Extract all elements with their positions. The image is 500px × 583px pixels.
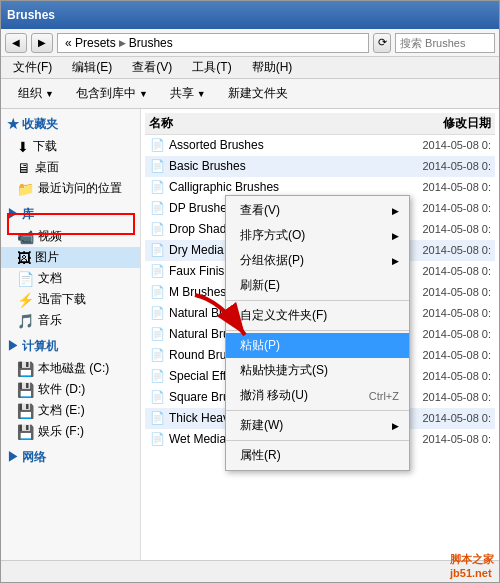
thunder-icon: ⚡ <box>17 292 34 308</box>
favorites-section: ★ 收藏夹 ⬇ 下载 🖥 桌面 📁 最近访问的位置 <box>1 113 140 199</box>
ctx-group-label: 分组依据(P) <box>240 252 304 269</box>
sidebar-item-docs-e[interactable]: 💾 文档 (E:) <box>1 400 140 421</box>
ctx-undo-shortcut: Ctrl+Z <box>369 390 399 402</box>
sidebar-item-music[interactable]: 🎵 音乐 <box>1 310 140 331</box>
file-icon: 📄 <box>149 431 165 447</box>
title-bar: Brushes <box>1 1 499 29</box>
sidebar-item-images[interactable]: 🖼 图片 <box>1 247 140 268</box>
watermark-site: 脚本之家 <box>450 552 494 567</box>
sidebar-item-docs[interactable]: 📄 文档 <box>1 268 140 289</box>
include-library-button[interactable]: 包含到库中 ▼ <box>67 81 157 106</box>
table-row[interactable]: 📄 Assorted Brushes 2014-05-08 0: <box>145 135 495 156</box>
ctx-properties[interactable]: 属性(R) <box>226 443 409 468</box>
sidebar-item-label: 娱乐 (F:) <box>38 423 84 440</box>
library-header[interactable]: ▶ 库 <box>1 203 140 226</box>
table-row[interactable]: 📄 Basic Brushes 2014-05-08 0: <box>145 156 495 177</box>
refresh-button[interactable]: ⟳ <box>373 33 391 53</box>
file-list-header: 名称 修改日期 <box>145 113 495 135</box>
network-header[interactable]: ▶ 网络 <box>1 446 140 469</box>
menu-view[interactable]: 查看(V) <box>128 57 176 78</box>
sidebar-item-download[interactable]: ⬇ 下载 <box>1 136 140 157</box>
path-presets: « Presets <box>62 36 119 50</box>
ctx-undo-move[interactable]: 撤消 移动(U) Ctrl+Z <box>226 383 409 408</box>
network-label: ▶ 网络 <box>7 449 46 466</box>
ctx-view[interactable]: 查看(V) ▶ <box>226 198 409 223</box>
drive-c-icon: 💾 <box>17 361 34 377</box>
sidebar-item-local-c[interactable]: 💾 本地磁盘 (C:) <box>1 358 140 379</box>
ctx-group[interactable]: 分组依据(P) ▶ <box>226 248 409 273</box>
menu-help[interactable]: 帮助(H) <box>248 57 297 78</box>
sidebar-item-label: 文档 (E:) <box>38 402 85 419</box>
status-bar <box>1 560 499 582</box>
file-icon: 📄 <box>149 284 165 300</box>
ctx-separator-2 <box>226 330 409 331</box>
sidebar-item-music-f[interactable]: 💾 娱乐 (F:) <box>1 421 140 442</box>
sidebar-item-video[interactable]: 📹 视频 <box>1 226 140 247</box>
organize-button[interactable]: 组织 ▼ <box>9 81 63 106</box>
file-date: 2014-05-08 0: <box>381 139 491 151</box>
file-icon: 📄 <box>149 179 165 195</box>
sidebar-item-thunder[interactable]: ⚡ 迅雷下载 <box>1 289 140 310</box>
drive-f-icon: 💾 <box>17 424 34 440</box>
submenu-arrow: ▶ <box>392 256 399 266</box>
ctx-sort[interactable]: 排序方式(O) ▶ <box>226 223 409 248</box>
ctx-new-label: 新建(W) <box>240 417 283 434</box>
ctx-refresh[interactable]: 刷新(E) <box>226 273 409 298</box>
drive-e-icon: 💾 <box>17 403 34 419</box>
ctx-separator-4 <box>226 440 409 441</box>
computer-header[interactable]: ▶ 计算机 <box>1 335 140 358</box>
desktop-icon: 🖥 <box>17 160 31 176</box>
ctx-paste-shortcut[interactable]: 粘贴快捷方式(S) <box>226 358 409 383</box>
ctx-refresh-label: 刷新(E) <box>240 277 280 294</box>
menu-file[interactable]: 文件(F) <box>9 57 56 78</box>
file-name: Calligraphic Brushes <box>169 180 381 194</box>
file-icon: 📄 <box>149 137 165 153</box>
images-icon: 🖼 <box>17 250 31 266</box>
sidebar-item-label: 软件 (D:) <box>38 381 85 398</box>
computer-section: ▶ 计算机 💾 本地磁盘 (C:) 💾 软件 (D:) 💾 文档 (E:) 💾 … <box>1 335 140 442</box>
favorites-header[interactable]: ★ 收藏夹 <box>1 113 140 136</box>
sidebar-item-recent[interactable]: 📁 最近访问的位置 <box>1 178 140 199</box>
new-folder-button[interactable]: 新建文件夹 <box>219 81 297 106</box>
forward-button[interactable]: ▶ <box>31 33 53 53</box>
col-name-header[interactable]: 名称 <box>149 115 381 132</box>
sidebar: ★ 收藏夹 ⬇ 下载 🖥 桌面 📁 最近访问的位置 ▶ 库 <box>1 109 141 560</box>
path-brushes: Brushes <box>126 36 176 50</box>
computer-label: ▶ 计算机 <box>7 338 58 355</box>
docs-icon: 📄 <box>17 271 34 287</box>
download-icon: ⬇ <box>17 139 29 155</box>
submenu-arrow: ▶ <box>392 421 399 431</box>
sidebar-item-label: 视频 <box>38 228 62 245</box>
ctx-paste[interactable]: 粘贴(P) <box>226 333 409 358</box>
menu-tools[interactable]: 工具(T) <box>188 57 235 78</box>
ctx-custom-folder[interactable]: 自定义文件夹(F) <box>226 303 409 328</box>
share-button[interactable]: 共享 ▼ <box>161 81 215 106</box>
sidebar-item-label: 下载 <box>33 138 57 155</box>
sidebar-item-label: 最近访问的位置 <box>38 180 122 197</box>
menu-edit[interactable]: 编辑(E) <box>68 57 116 78</box>
music-icon: 🎵 <box>17 313 34 329</box>
file-date: 2014-05-08 0: <box>381 160 491 172</box>
sidebar-item-soft-d[interactable]: 💾 软件 (D:) <box>1 379 140 400</box>
ctx-new[interactable]: 新建(W) ▶ <box>226 413 409 438</box>
file-name: Basic Brushes <box>169 159 381 173</box>
file-icon: 📄 <box>149 158 165 174</box>
favorites-label: ★ 收藏夹 <box>7 116 58 133</box>
sidebar-item-label: 图片 <box>35 249 59 266</box>
sidebar-item-label: 音乐 <box>38 312 62 329</box>
ctx-custom-folder-label: 自定义文件夹(F) <box>240 307 327 324</box>
ctx-separator-3 <box>226 410 409 411</box>
context-menu: 查看(V) ▶ 排序方式(O) ▶ 分组依据(P) ▶ 刷新(E) 自定义文件夹… <box>225 195 410 471</box>
search-input[interactable] <box>395 33 495 53</box>
back-button[interactable]: ◀ <box>5 33 27 53</box>
col-date-header[interactable]: 修改日期 <box>381 115 491 132</box>
watermark-url: jb51.net <box>450 567 494 579</box>
file-icon: 📄 <box>149 389 165 405</box>
sidebar-item-desktop[interactable]: 🖥 桌面 <box>1 157 140 178</box>
ctx-paste-label: 粘贴(P) <box>240 337 280 354</box>
file-icon: 📄 <box>149 200 165 216</box>
file-icon: 📄 <box>149 368 165 384</box>
library-label: ▶ 库 <box>7 206 34 223</box>
ctx-sort-label: 排序方式(O) <box>240 227 305 244</box>
address-path[interactable]: « Presets ▶ Brushes <box>57 33 369 53</box>
